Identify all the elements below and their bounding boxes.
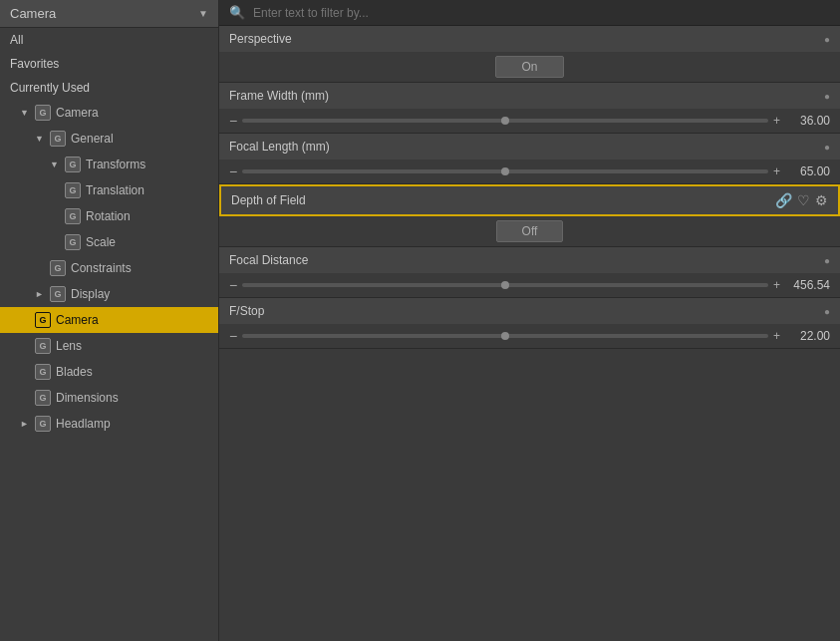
slider-dot-focal-length xyxy=(501,167,509,175)
prop-header-perspective[interactable]: Perspective● xyxy=(219,26,840,52)
g-icon: G xyxy=(35,105,51,121)
sidebar-item-label: Lens xyxy=(56,339,82,353)
g-icon: G xyxy=(65,157,81,172)
sidebar-header[interactable]: Camera ▼ xyxy=(0,0,218,28)
plus-sign-frame-width: + xyxy=(773,114,780,128)
slider-dot-fstop xyxy=(501,332,509,340)
prop-label-depth-of-field: Depth of Field xyxy=(231,193,306,207)
g-icon: G xyxy=(50,286,66,302)
sidebar-item-label: Camera xyxy=(56,313,99,327)
slider-value-focal-distance: 456.54 xyxy=(785,278,830,292)
prop-header-focal-length[interactable]: Focal Length (mm)● xyxy=(219,134,840,160)
sidebar-item-label: Transforms xyxy=(86,158,145,171)
tree-arrow-icon: ▼ xyxy=(35,134,45,144)
prop-icon-1[interactable]: ♡ xyxy=(797,192,810,208)
prop-label-frame-width: Frame Width (mm) xyxy=(229,89,329,103)
sidebar-item-label: Camera xyxy=(56,106,99,120)
tree-arrow-icon: ► xyxy=(35,289,45,299)
slider-row-fstop: − + 22.00 xyxy=(229,328,830,344)
g-icon: G xyxy=(35,364,51,380)
sidebar-item-translation[interactable]: GTranslation xyxy=(0,177,218,203)
sidebar-item-favorites[interactable]: Favorites xyxy=(0,52,218,76)
sidebar-item-dimensions[interactable]: GDimensions xyxy=(0,385,218,411)
slider-value-frame-width: 36.00 xyxy=(785,114,830,128)
slider-row-focal-distance: − + 456.54 xyxy=(229,277,830,293)
slider-minus-focal-distance[interactable]: − xyxy=(229,277,237,293)
sidebar-item-camera-leaf[interactable]: GCamera xyxy=(0,307,218,333)
prop-control-focal-length: − + 65.00 xyxy=(219,160,840,183)
slider-track-fstop[interactable] xyxy=(242,334,768,338)
dropdown-arrow-icon[interactable]: ▼ xyxy=(198,8,208,19)
g-icon: G xyxy=(35,338,51,354)
prop-icon-2[interactable]: ⚙ xyxy=(815,192,828,208)
slider-minus-focal-length[interactable]: − xyxy=(229,163,237,179)
slider-value-fstop: 22.00 xyxy=(785,329,830,343)
sidebar-item-scale[interactable]: GScale xyxy=(0,229,218,255)
prop-control-fstop: − + 22.00 xyxy=(219,324,840,348)
sidebar-item-lens[interactable]: GLens xyxy=(0,333,218,359)
slider-track-frame-width[interactable] xyxy=(242,119,768,123)
g-icon: G xyxy=(65,234,81,250)
toggle-button-perspective[interactable]: On xyxy=(495,56,563,78)
prop-icons-depth-of-field: 🔗♡⚙ xyxy=(775,192,828,208)
prop-header-focal-distance[interactable]: Focal Distance● xyxy=(219,247,840,273)
prop-label-focal-length: Focal Length (mm) xyxy=(229,140,330,154)
sidebar-item-label: Dimensions xyxy=(56,391,119,405)
prop-expand-icon[interactable]: ● xyxy=(824,34,830,45)
prop-expand-icon[interactable]: ● xyxy=(824,306,830,317)
g-icon: G xyxy=(50,131,66,147)
app-container: Camera ▼ AllFavoritesCurrently Used▼GCam… xyxy=(0,0,840,641)
g-icon: G xyxy=(35,390,51,406)
properties-panel: Perspective●OnFrame Width (mm)● − + 36.0… xyxy=(219,26,840,641)
prop-icon-0[interactable]: 🔗 xyxy=(775,192,792,208)
slider-track-focal-distance[interactable] xyxy=(242,283,768,287)
prop-section-perspective: Perspective●On xyxy=(219,26,840,83)
prop-control-frame-width: − + 36.00 xyxy=(219,109,840,133)
sidebar-item-display-node[interactable]: ►GDisplay xyxy=(0,281,218,307)
prop-header-depth-of-field[interactable]: Depth of Field🔗♡⚙ xyxy=(219,184,840,216)
sidebar-item-blades[interactable]: GBlades xyxy=(0,359,218,385)
prop-control-depth-of-field: Off xyxy=(219,216,840,246)
plus-sign-focal-length: + xyxy=(773,164,780,178)
sidebar-item-label: Constraints xyxy=(71,261,132,275)
sidebar-item-rotation[interactable]: GRotation xyxy=(0,203,218,229)
sidebar-item-headlamp-node[interactable]: ►GHeadlamp xyxy=(0,411,218,437)
sidebar-item-label: General xyxy=(71,132,114,146)
g-icon: G xyxy=(35,312,51,328)
sidebar-item-transforms-node[interactable]: ▼GTransforms xyxy=(0,152,218,177)
prop-label-fstop: F/Stop xyxy=(229,304,264,318)
prop-control-focal-distance: − + 456.54 xyxy=(219,273,840,297)
prop-section-depth-of-field: Depth of Field🔗♡⚙Off xyxy=(219,184,840,247)
sidebar-item-all[interactable]: All xyxy=(0,28,218,52)
prop-expand-icon[interactable]: ● xyxy=(824,91,830,102)
sidebar-item-label: Rotation xyxy=(86,209,131,223)
sidebar-item-constraints[interactable]: GConstraints xyxy=(0,255,218,281)
sidebar-item-currently-used[interactable]: Currently Used xyxy=(0,76,218,100)
prop-expand-icon[interactable]: ● xyxy=(824,142,830,153)
search-icon: 🔍 xyxy=(229,5,245,20)
prop-header-frame-width[interactable]: Frame Width (mm)● xyxy=(219,83,840,109)
slider-value-focal-length: 65.00 xyxy=(785,164,830,178)
plus-sign-fstop: + xyxy=(773,329,780,343)
tree-arrow-icon: ▼ xyxy=(20,108,30,118)
plus-sign-focal-distance: + xyxy=(773,278,780,292)
prop-section-focal-length: Focal Length (mm)● − + 65.00 xyxy=(219,134,840,184)
toggle-button-depth-of-field[interactable]: Off xyxy=(496,220,564,242)
prop-header-fstop[interactable]: F/Stop● xyxy=(219,298,840,324)
g-icon: G xyxy=(65,182,81,198)
prop-section-fstop: F/Stop● − + 22.00 xyxy=(219,298,840,349)
slider-row-focal-length: − + 65.00 xyxy=(229,163,830,179)
sidebar-header-text: Camera xyxy=(10,6,56,21)
slider-row-frame-width: − + 36.00 xyxy=(229,113,830,129)
search-input[interactable] xyxy=(253,6,830,20)
sidebar-item-camera-node[interactable]: ▼GCamera xyxy=(0,100,218,126)
prop-expand-icon[interactable]: ● xyxy=(824,255,830,266)
sidebar-flat-label: Favorites xyxy=(10,57,59,71)
slider-minus-fstop[interactable]: − xyxy=(229,328,237,344)
prop-control-perspective: On xyxy=(219,52,840,82)
sidebar-flat-label: All xyxy=(10,33,23,47)
sidebar: Camera ▼ AllFavoritesCurrently Used▼GCam… xyxy=(0,0,219,641)
slider-minus-frame-width[interactable]: − xyxy=(229,113,237,129)
sidebar-item-general-node[interactable]: ▼GGeneral xyxy=(0,126,218,152)
slider-track-focal-length[interactable] xyxy=(242,169,768,173)
